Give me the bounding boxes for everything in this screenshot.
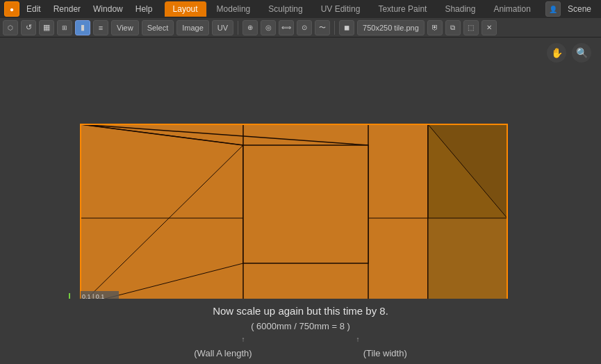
shield-icon[interactable]: ⛨ [427,20,443,35]
view-btn[interactable]: View [111,20,139,35]
tab-animation[interactable]: Animation [485,1,538,17]
tab-uv-editing[interactable]: UV Editing [313,1,369,17]
left-arrow: ↑ [242,334,245,345]
select-btn[interactable]: Select [142,20,174,35]
right-arrow: ↑ [356,334,360,345]
render-icon[interactable]: ◼ [339,20,354,35]
color-icon[interactable]: ▮ [75,20,90,35]
cursor-icon[interactable]: ⊙ [297,20,312,35]
user-icon[interactable]: 👤 [545,1,561,17]
toolbar: ⬡ ↺ ▦ ⊞ ▮ ≡ View Select Image UV ⊕ ◎ ⟺ ⊙… [0,18,601,38]
header-icon2[interactable]: ⊞ [57,20,72,35]
hand-tool[interactable]: ✋ [547,43,566,63]
menu-render[interactable]: Render [48,3,86,15]
toolbar-separator2 [334,21,335,35]
mode-icon[interactable]: ⬡ [3,20,18,35]
menu-help[interactable]: Help [130,3,158,15]
uv-btn[interactable]: UV [212,20,233,35]
refresh-icon[interactable]: ↺ [21,20,36,35]
annotation-area: Now scale up again but this time by 8. (… [0,299,601,364]
label-wall: (Wall A length) [194,347,252,361]
label-row: (Wall A length) (Tile width) [0,345,601,361]
scene-name: Scene [562,3,597,15]
top-menu-bar: ● Edit Render Window Help Layout Modelin… [0,0,601,18]
tab-shading[interactable]: Shading [436,1,484,17]
tab-modeling[interactable]: Modeling [208,1,259,17]
proportional-icon[interactable]: ◎ [261,20,276,35]
3d-viewport[interactable]: 0.1 | 0.1 ✋ 🔍 [0,38,601,308]
layers-icon[interactable]: ▦ [39,20,54,35]
svg-rect-11 [243,145,368,263]
menu-edit[interactable]: Edit [21,3,47,15]
tab-texture-paint[interactable]: Texture Paint [370,1,435,17]
tab-sculpting[interactable]: Sculpting [260,1,311,17]
arrow-row: ↑ ↑ [0,334,601,345]
label-tile: (Tile width) [363,347,407,361]
filename-display: 750x250 tile.png [357,20,425,35]
filename-text: 750x250 tile.png [363,24,419,32]
duplicate-icon[interactable]: ⧉ [445,20,461,35]
search-tool[interactable]: 🔍 [572,43,591,63]
annotation-line1: Now scale up again but this time by 8. [0,303,601,320]
annotation-line2: ( 6000mm / 750mm = 8 ) [0,320,601,334]
close-btn[interactable]: ✕ [481,20,497,35]
save-icon[interactable]: ⬚ [463,20,479,35]
image-btn[interactable]: Image [176,20,209,35]
blender-logo[interactable]: ● [4,1,19,17]
mirror-icon[interactable]: ⟺ [279,20,294,35]
mesh-svg: 0.1 | 0.1 [0,38,601,308]
wave-icon[interactable]: 〜 [315,20,330,35]
header-icon3[interactable]: ≡ [93,20,108,35]
snap-icon[interactable]: ⊕ [242,20,258,35]
toolbar-separator [238,21,238,35]
svg-marker-14 [428,218,507,305]
menu-window[interactable]: Window [88,3,129,15]
tab-layout[interactable]: Layout [165,1,207,17]
